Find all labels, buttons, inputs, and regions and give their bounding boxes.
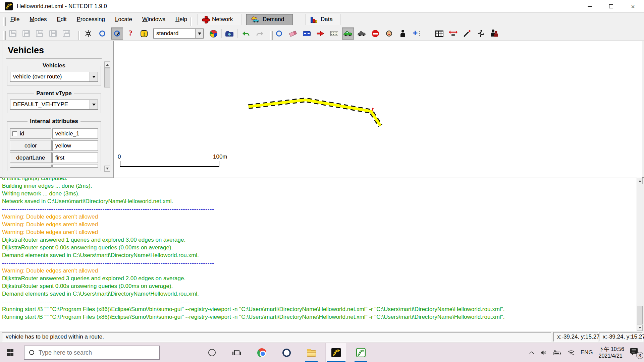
locate-pointer-button[interactable]	[111, 27, 123, 40]
screenshot-button[interactable]	[223, 27, 235, 40]
message-log[interactable]: 0 traffic light(s) computed.Building inn…	[0, 178, 637, 331]
network-button[interactable]	[568, 350, 575, 355]
menu-item-modes[interactable]: Modes	[24, 14, 52, 25]
vehicle-type-dropdown-button[interactable]	[90, 72, 98, 81]
attribute-row-color: coloryellow	[10, 140, 98, 151]
taskbar-search[interactable]	[24, 346, 160, 360]
wifi-icon	[568, 350, 575, 355]
network-supermode-button[interactable]: Network	[197, 14, 241, 25]
vehicle-type-value: vehicle (over route)	[10, 72, 90, 81]
chrome-taskbar-button[interactable]	[251, 343, 272, 362]
save-demand-button[interactable]	[60, 27, 72, 40]
departLane-attribute-field[interactable]: first	[52, 153, 98, 163]
person-mode-button[interactable]	[383, 27, 395, 40]
scrollbar-thumb[interactable]	[104, 68, 110, 87]
person-group-button[interactable]	[488, 27, 500, 40]
id-attribute-toggle[interactable]: id	[10, 128, 51, 139]
start-button[interactable]	[0, 343, 20, 362]
network-canvas[interactable]: 0 100m	[113, 41, 642, 178]
search-input[interactable]	[39, 349, 149, 356]
grid-toggle-button[interactable]	[433, 27, 445, 40]
undo-button[interactable]	[240, 27, 252, 40]
scroll-up-button[interactable]	[104, 62, 110, 68]
help-button[interactable]	[125, 27, 137, 40]
view-scheme-dropdown-button[interactable]	[195, 29, 203, 38]
vehicle-type-mode-button[interactable]	[356, 27, 368, 40]
select-mode-button[interactable]	[301, 27, 313, 40]
maximize-button[interactable]	[600, 0, 622, 13]
menu-item-file[interactable]: File	[5, 14, 24, 25]
menu-item-locate[interactable]: Locate	[110, 14, 137, 25]
scale-bar	[120, 166, 219, 167]
menu-item-windows[interactable]: Windows	[137, 14, 170, 25]
person-runner-button[interactable]	[475, 27, 487, 40]
stop-mode-button[interactable]	[369, 27, 381, 40]
checkbox-icon[interactable]	[12, 131, 17, 136]
toolbar-grip[interactable]	[3, 31, 6, 40]
inspect-mode-button[interactable]	[273, 27, 285, 40]
road-drawing	[114, 41, 642, 178]
menu-item-processing[interactable]: Processing	[72, 14, 110, 25]
battery-button[interactable]	[553, 350, 562, 356]
language-indicator[interactable]: ENG	[581, 349, 593, 356]
save-joined-button[interactable]	[34, 27, 46, 40]
browser-taskbar-button[interactable]	[276, 343, 297, 362]
departLane-attribute-button[interactable]: departLane	[10, 153, 51, 163]
container-mode-button[interactable]	[411, 27, 423, 40]
sumo-taskbar-button[interactable]	[350, 343, 372, 362]
netedit-taskbar-button[interactable]	[325, 343, 347, 362]
route-drawing-button[interactable]	[461, 27, 473, 40]
menu-item-help[interactable]: Help	[170, 14, 192, 25]
notification-center-button[interactable]: 3	[630, 348, 641, 358]
person-plan-mode-button[interactable]	[397, 27, 409, 40]
edge-scale-button[interactable]	[447, 27, 459, 40]
id-attribute-field[interactable]: vehicle_1	[52, 128, 98, 139]
vehicle-mode-button[interactable]	[342, 27, 354, 40]
supermode-grip[interactable]	[190, 17, 192, 26]
delete-mode-button[interactable]	[287, 27, 299, 40]
junction-tool-button[interactable]	[82, 27, 94, 40]
scroll-up-button[interactable]	[637, 178, 643, 184]
triangle-down-icon	[106, 168, 109, 170]
color-attribute-field[interactable]: yellow	[52, 140, 98, 151]
zoom-fit-button[interactable]	[96, 27, 108, 40]
cortana-button[interactable]	[201, 343, 223, 362]
scrollbar-thumb[interactable]	[637, 306, 643, 324]
log-scrollbar[interactable]	[637, 178, 643, 331]
pencil-icon	[463, 29, 471, 38]
color-scheme-button[interactable]	[207, 27, 219, 40]
minimize-button[interactable]	[579, 0, 600, 13]
task-view-button[interactable]	[226, 343, 248, 362]
clock[interactable]: 下午 10:56 2021/4/21	[599, 346, 624, 359]
parent-vtype-dropdown-button[interactable]	[90, 100, 98, 109]
route-mode-button[interactable]	[328, 27, 340, 40]
color-attribute-button[interactable]: color	[10, 140, 51, 151]
vehicle-type-combo[interactable]: vehicle (over route)	[10, 72, 98, 82]
log-line: DijkstraRouter spent 0.00s answering que…	[2, 282, 637, 290]
demand-supermode-button[interactable]: Demand	[246, 14, 293, 25]
attribute-key[interactable]	[10, 165, 51, 168]
file-explorer-button[interactable]	[301, 343, 322, 362]
log-line: 0 traffic light(s) computed.	[2, 178, 637, 182]
message-window-button[interactable]	[138, 27, 150, 40]
toolbar-grip[interactable]	[270, 31, 273, 40]
save-network-button[interactable]	[7, 27, 19, 40]
move-mode-button[interactable]	[314, 27, 326, 40]
parent-vtype-combo[interactable]: DEFAULT_VEHTYPE	[10, 100, 98, 110]
view-scheme-combo[interactable]: standard	[153, 28, 204, 39]
data-supermode-button[interactable]: Data	[305, 14, 341, 25]
redo-button[interactable]	[254, 27, 266, 40]
menu-item-edit[interactable]: Edit	[52, 14, 71, 25]
volume-button[interactable]	[540, 350, 547, 355]
panel-scrollbar[interactable]	[104, 61, 110, 172]
save-additionals-button[interactable]	[47, 27, 59, 40]
save-plain-xml-button[interactable]	[20, 27, 32, 40]
scroll-down-button[interactable]	[104, 166, 110, 172]
scroll-down-button[interactable]	[637, 325, 643, 331]
close-button[interactable]: ×	[622, 0, 644, 13]
notification-badge: 3	[636, 352, 643, 359]
toolbar-grip[interactable]	[78, 31, 80, 40]
person-icon	[493, 31, 498, 37]
tray-chevron-button[interactable]	[529, 351, 534, 354]
attribute-value[interactable]	[52, 165, 98, 168]
